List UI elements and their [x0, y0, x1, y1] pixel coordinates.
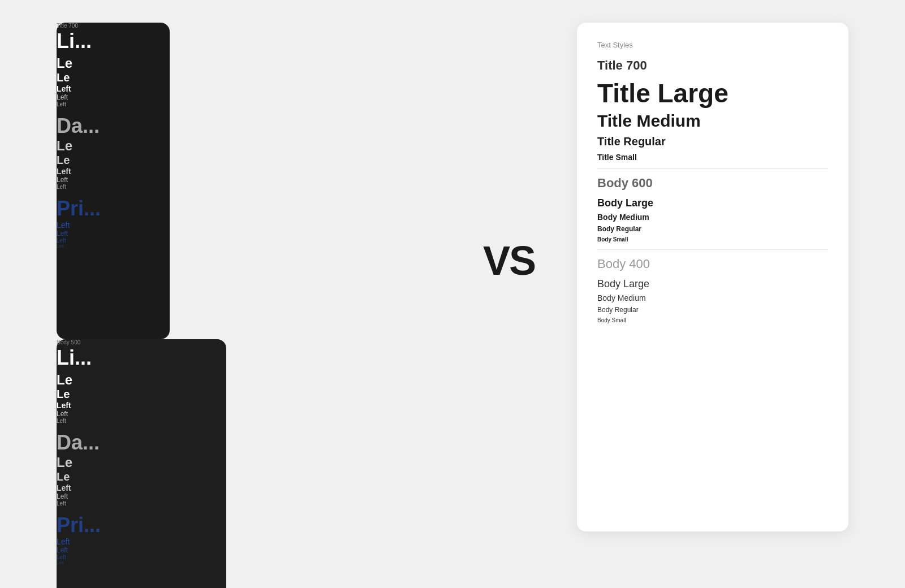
back1-pri: Pri... — [57, 513, 226, 537]
back1-da: Da... — [57, 431, 226, 455]
rp-title-large: Title Large — [597, 80, 828, 107]
back2-left4: Left — [57, 167, 170, 176]
back1-le4: Le — [57, 470, 226, 483]
back1-label: Body 500 — [57, 339, 226, 345]
rp-divider-2 — [597, 249, 828, 250]
back1-le1: Le — [57, 373, 226, 387]
back1-le3: Le — [57, 455, 226, 470]
back1-left2: Left — [57, 410, 226, 418]
rp-body-600: Body 600 — [597, 176, 828, 191]
back2-left3: Left — [57, 101, 170, 107]
back2-le4: Le — [57, 154, 170, 167]
rp-title-medium: Title Medium — [597, 111, 828, 131]
back2-left5: Left — [57, 176, 170, 184]
back2-leftb1: Left — [57, 220, 170, 230]
rp-body-small-2: Body Small — [597, 317, 828, 323]
rp-body-regular-1: Body Regular — [597, 225, 828, 233]
back2-leftb3: Left — [57, 237, 170, 244]
rp-title-700: Title 700 — [597, 58, 828, 73]
back1-leftb4: Left — [57, 560, 226, 565]
back2-da: Da... — [57, 114, 170, 138]
back1-leftb3: Left — [57, 554, 226, 560]
rp-title-regular: Title Regular — [597, 135, 828, 148]
back2-left1: Left — [57, 84, 170, 93]
back2-leftb2: Left — [57, 230, 170, 237]
back2-label: Title 700 — [57, 23, 170, 29]
back-card-2: Title 700 Li... Le Le Left Left Left Da.… — [57, 23, 170, 339]
back1-left3: Left — [57, 418, 226, 424]
rp-title-small: Title Small — [597, 153, 828, 162]
right-panel: Text Styles Title 700 Title Large Title … — [577, 23, 848, 531]
back2-le1: Le — [57, 56, 170, 71]
rp-divider-1 — [597, 168, 828, 169]
rp-body-small-1: Body Small — [597, 236, 828, 243]
back2-li: Li... — [57, 31, 170, 51]
rp-body-400: Body 400 — [597, 257, 828, 271]
back1-leftb1: Left — [57, 537, 226, 546]
back2-le3: Le — [57, 138, 170, 154]
rp-section-label: Text Styles — [597, 41, 828, 49]
back2-leftb4: Left — [57, 244, 170, 249]
vs-section: VS — [475, 23, 543, 284]
rp-body-medium-2: Body Medium — [597, 293, 828, 302]
rp-body-regular-2: Body Regular — [597, 306, 828, 314]
back1-left4: Left — [57, 483, 226, 492]
back-card-1: Body 500 Li... Le Le Left Left Left Da..… — [57, 339, 226, 588]
rp-body-large-2: Body Large — [597, 278, 828, 290]
rp-body-medium-1: Body Medium — [597, 213, 828, 222]
back1-left6: Left — [57, 500, 226, 507]
back2-left6: Left — [57, 184, 170, 190]
back1-left5: Left — [57, 492, 226, 500]
back1-li: Li... — [57, 348, 226, 368]
back1-leftb2: Left — [57, 546, 226, 554]
rp-body-large-1: Body Large — [597, 197, 828, 209]
back1-le2: Le — [57, 387, 226, 401]
back2-left2: Left — [57, 93, 170, 101]
vs-text: VS — [483, 237, 535, 284]
back2-le2: Le — [57, 71, 170, 84]
left-section: Title 700 Li... Le Le Left Left Left Da.… — [57, 23, 441, 588]
back1-left1: Left — [57, 401, 226, 410]
back2-pri: Pri... — [57, 197, 170, 220]
